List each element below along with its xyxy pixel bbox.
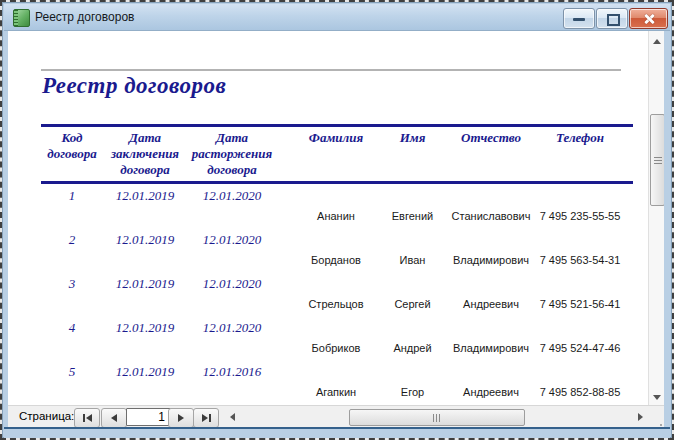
- cell-patronymic: Владимирович: [447, 342, 535, 354]
- previous-page-icon: [111, 414, 117, 422]
- cell-date-signed: 12.01.2019: [105, 276, 185, 292]
- close-icon: [643, 13, 655, 25]
- table-row: 4 12.01.2019 12.01.2020 Бобриков Андрей …: [8, 320, 646, 364]
- table-row: 5 12.01.2019 12.01.2016 Агапкин Егор Анд…: [8, 364, 646, 405]
- cell-contract-code: 1: [39, 188, 105, 204]
- cell-date-signed: 12.01.2019: [105, 188, 185, 204]
- report-view: Реестр договоров Код договора Дата заклю…: [8, 31, 664, 405]
- header-patronymic: Отчество: [447, 130, 535, 146]
- cell-patronymic: Владимирович: [447, 254, 535, 266]
- first-page-arrow-icon: [86, 414, 92, 422]
- records-list: 1 12.01.2019 12.01.2020 Ананин Евгений С…: [8, 188, 646, 405]
- cell-date-signed: 12.01.2019: [105, 232, 185, 248]
- vertical-scrollbar[interactable]: [648, 31, 664, 405]
- cell-date-terminated: 12.01.2020: [185, 276, 279, 292]
- cell-phone: 7 495 235-55-55: [535, 210, 625, 222]
- scroll-down-icon[interactable]: [653, 395, 661, 400]
- cell-surname: Стрельцов: [294, 298, 378, 310]
- close-button[interactable]: [629, 8, 668, 29]
- header-top-rule: [41, 124, 633, 127]
- header-phone: Телефон: [535, 130, 625, 146]
- restore-button[interactable]: [596, 8, 628, 29]
- table-row: 2 12.01.2019 12.01.2020 Борданов Иван Вл…: [8, 232, 646, 276]
- top-divider: [41, 69, 621, 71]
- cell-contract-code: 4: [39, 320, 105, 336]
- scroll-left-icon[interactable]: [230, 413, 235, 421]
- cell-first-name: Сергей: [378, 298, 447, 310]
- app-window: Реестр договоров Реестр договоров Код до…: [2, 2, 672, 438]
- cell-first-name: Андрей: [378, 342, 447, 354]
- first-page-button[interactable]: [74, 408, 100, 428]
- page-label: Страница:: [19, 410, 74, 422]
- window-title: Реестр договоров: [35, 10, 134, 24]
- header-contract-code: Код договора: [39, 130, 105, 162]
- scrollbar-grip-icon: [433, 414, 440, 422]
- cell-patronymic: Андреевич: [447, 298, 535, 310]
- cell-first-name: Евгений: [378, 210, 447, 222]
- cell-first-name: Егор: [378, 386, 447, 398]
- header-surname: Фамилия: [294, 130, 378, 146]
- cell-phone: 7 495 524-47-46: [535, 342, 625, 354]
- cell-contract-code: 5: [39, 364, 105, 380]
- cell-surname: Бобриков: [294, 342, 378, 354]
- cell-contract-code: 2: [39, 232, 105, 248]
- cell-phone: 7 495 521-56-41: [535, 298, 625, 310]
- cell-date-terminated: 12.01.2020: [185, 320, 279, 336]
- header-bottom-rule: [41, 181, 633, 184]
- cell-surname: Ананин: [294, 210, 378, 222]
- previous-page-button[interactable]: [101, 408, 127, 428]
- next-page-icon: [178, 414, 184, 422]
- cell-phone: 7 495 563-54-31: [535, 254, 625, 266]
- restore-icon: [607, 14, 620, 26]
- horizontal-scrollbar-thumb[interactable]: [349, 409, 525, 426]
- last-page-arrow-icon: [202, 414, 208, 422]
- cell-surname: Агапкин: [294, 386, 378, 398]
- minimize-icon: [573, 18, 585, 21]
- cell-first-name: Иван: [378, 254, 447, 266]
- cell-patronymic: Андреевич: [447, 386, 535, 398]
- last-page-button[interactable]: [193, 408, 219, 428]
- last-page-icon: [209, 414, 211, 422]
- cell-date-terminated: 12.01.2016: [185, 364, 279, 380]
- header-first-name: Имя: [378, 130, 447, 146]
- table-row: 1 12.01.2019 12.01.2020 Ананин Евгений С…: [8, 188, 646, 232]
- scrollbar-grip-icon: [654, 157, 662, 164]
- cell-date-signed: 12.01.2019: [105, 320, 185, 336]
- cell-phone: 7 495 852-88-85: [535, 386, 625, 398]
- table-header: Код договора Дата заключения договора Да…: [8, 130, 625, 178]
- cell-surname: Борданов: [294, 254, 378, 266]
- navigation-bar: Страница:: [8, 405, 664, 428]
- next-page-button[interactable]: [168, 408, 194, 428]
- report-title: Реестр договоров: [42, 73, 226, 99]
- header-date-signed: Дата заключения договора: [105, 130, 185, 178]
- screenshot-frame: Реестр договоров Реестр договоров Код до…: [0, 0, 674, 440]
- header-date-terminated: Дата расторжения договора: [185, 130, 279, 178]
- first-page-icon: [83, 414, 85, 422]
- table-row: 3 12.01.2019 12.01.2020 Стрельцов Сергей…: [8, 276, 646, 320]
- report-page[interactable]: Реестр договоров Код договора Дата заклю…: [8, 31, 646, 405]
- page-number-input[interactable]: [126, 408, 171, 426]
- cell-date-terminated: 12.01.2020: [185, 188, 279, 204]
- cell-patronymic: Станиславович: [447, 210, 535, 222]
- window-bottom-border: [4, 427, 670, 440]
- cell-contract-code: 3: [39, 276, 105, 292]
- scroll-right-icon[interactable]: [638, 413, 643, 421]
- minimize-button[interactable]: [563, 8, 595, 29]
- vertical-scrollbar-thumb[interactable]: [650, 114, 664, 206]
- report-icon: [13, 9, 30, 27]
- resize-grip[interactable]: [660, 424, 662, 426]
- scroll-up-icon[interactable]: [653, 39, 661, 44]
- cell-date-signed: 12.01.2019: [105, 364, 185, 380]
- report-icon-spine: [14, 10, 18, 26]
- titlebar[interactable]: Реестр договоров: [4, 4, 670, 31]
- cell-date-terminated: 12.01.2020: [185, 232, 279, 248]
